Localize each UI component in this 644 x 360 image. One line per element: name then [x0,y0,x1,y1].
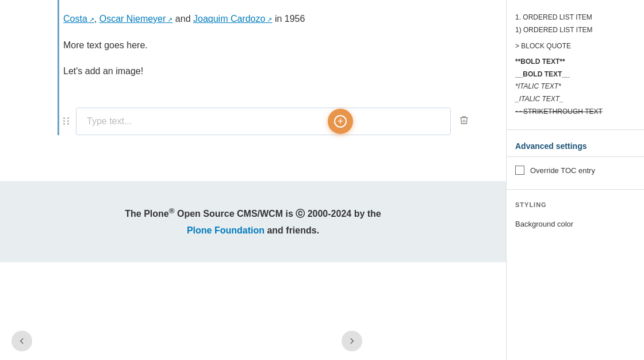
delete-button[interactable] [457,113,471,130]
drag-handle-dots [63,117,70,125]
more-text: More text goes here. [63,38,471,53]
bold-text-1: **BOLD TEXT** [515,56,635,68]
drag-dot-5 [63,123,65,125]
plus-icon: + [334,115,347,128]
intro-paragraph: Costa, Oscar Niemeyer and Joaquim Cardoz… [63,12,471,26]
styling-title: STYLING [515,201,635,208]
input-row: + [63,108,471,135]
nav-right-button[interactable] [342,331,362,351]
oscar-link[interactable]: Oscar Niemeyer [99,14,173,24]
italic-text-1: *ITALIC TEXT* [515,81,635,93]
bg-color-label: Background color [515,220,573,228]
bg-color-row: Background color [515,217,635,231]
sidebar-divider-3 [507,189,644,190]
override-toc-label: Override TOC entry [530,166,595,175]
sidebar: 1. ORDERED LIST ITEM 1) ORDERED LIST ITE… [506,0,644,360]
text-block: Costa, Oscar Niemeyer and Joaquim Cardoz… [63,0,471,96]
block-quote: > BLOCK QUOTE [515,42,635,50]
registered-symbol: ® [169,206,175,215]
footer-plone-text: The Plone® Open Source CMS/WCM is ⓒ 2000… [125,209,381,219]
advanced-settings-title: Advanced settings [507,136,644,156]
content-area: Costa, Oscar Niemeyer and Joaquim Cardoz… [0,0,506,135]
joaquim-link[interactable]: Joaquim Cardozo [193,14,272,24]
footer-and-friends: and friends. [267,225,319,235]
ordered-list-item-2: 1) ORDERED LIST ITEM [515,24,635,37]
drag-dot-2 [67,117,69,119]
styling-section: STYLING Background color [507,196,644,237]
year-text: in 1956 [275,14,305,24]
footer-text: The Plone® Open Source CMS/WCM is ⓒ 2000… [34,204,471,239]
left-border [57,0,59,135]
override-toc-checkbox[interactable] [515,166,524,175]
ordered-list-item-1: 1. ORDERED LIST ITEM [515,12,635,24]
main-content: Costa, Oscar Niemeyer and Joaquim Cardoz… [0,0,506,360]
plone-foundation-link[interactable]: Plone Foundation [187,225,264,235]
drag-dot-3 [63,120,65,122]
text-input[interactable] [76,108,451,135]
sidebar-list: 1. ORDERED LIST ITEM 1) ORDERED LIST ITE… [507,6,644,124]
sidebar-divider-1 [507,129,644,130]
add-content-button[interactable]: + [328,109,353,134]
costa-link[interactable]: Costa [63,14,94,24]
italic-text-2: _ITALIC TEXT_ [515,93,635,106]
drag-handle[interactable] [63,117,70,125]
strikethrough-text: ~~STRIKETHROUGH TEXT [515,106,635,118]
drag-dot-4 [67,120,69,122]
footer-area: The Plone® Open Source CMS/WCM is ⓒ 2000… [0,181,506,262]
nav-left-button[interactable] [12,331,32,351]
drag-dot-6 [67,123,69,125]
override-toc-row: Override TOC entry [507,157,644,183]
and-text: and [175,14,193,24]
bold-text-2: __BOLD TEXT__ [515,68,635,81]
drag-dot-1 [63,117,65,119]
add-image-text: Let's add an image! [63,64,471,79]
